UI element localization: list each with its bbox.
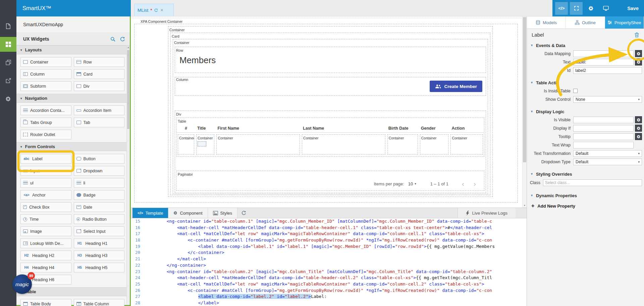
section-events-data[interactable]: ▼Events & Data [527, 41, 644, 49]
refresh-icon[interactable] [241, 208, 246, 218]
widget-section-header-form-controls[interactable]: ▾Form Controls [16, 142, 130, 151]
members-heading[interactable]: Members [179, 55, 486, 65]
scroll-up-arrow[interactable]: ▴ [127, 45, 130, 49]
widget-card[interactable]: Card [74, 69, 125, 79]
widget-image[interactable]: Image [20, 226, 71, 236]
sidebar-scrollbar[interactable]: ▴ [126, 45, 130, 305]
section-display-logic[interactable]: ▼Display Logic [527, 107, 644, 116]
cell-container[interactable]: Container [178, 134, 194, 155]
close-icon[interactable]: × [161, 7, 163, 13]
select-text-transformation[interactable]: Default▾ [573, 150, 642, 157]
gear-button-data-mapping[interactable] [635, 50, 642, 57]
widgets-icon[interactable] [0, 37, 16, 52]
widget-anchor[interactable]: <a>Anchor [20, 190, 71, 200]
code-tab-styles[interactable]: Styles [208, 208, 237, 218]
section-table-actio[interactable]: ▼Table Actio [527, 79, 644, 87]
page-size-select[interactable]: 10 ▾ [408, 181, 416, 186]
document-tab-mlist[interactable]: MList * × [134, 4, 174, 16]
widget-dropdown[interactable]: Dropdown [74, 166, 125, 176]
panel-tab-outline[interactable]: Outline [566, 16, 605, 29]
widget-heading-h4[interactable]: H4Heading H4 [20, 263, 71, 272]
widget-heading-h3[interactable]: H3Heading H3 [74, 251, 125, 260]
widget-badge[interactable]: Badge [74, 190, 125, 200]
widget-time[interactable]: Time [20, 214, 71, 224]
save-button[interactable]: Save [627, 6, 639, 11]
gear-button-text[interactable] [635, 58, 642, 65]
widget-ul[interactable]: ul [20, 178, 71, 188]
code-editor[interactable]: 15 <ng-container id="table-column.1" [ma… [131, 218, 527, 306]
column-box[interactable]: Column Create Member [175, 77, 486, 96]
file-icon[interactable] [0, 19, 16, 34]
previous-page-button[interactable]: ‹ [462, 180, 464, 188]
widget-heading-h5[interactable]: H5Heading H5 [74, 263, 125, 272]
delete-icon[interactable] [634, 32, 639, 38]
widget-table-body[interactable]: Table Body [20, 299, 71, 306]
gear-button-display-if[interactable] [635, 125, 642, 132]
table-box[interactable]: Table #TitleFirst NameLast NameBirth Dat… [176, 118, 484, 157]
project-name-row[interactable]: SmartUXDemoApp [16, 16, 130, 33]
input-id[interactable] [573, 67, 642, 74]
expand-button[interactable] [570, 2, 583, 15]
canvas-scrollbar[interactable]: ▾ [522, 16, 527, 208]
input-text-wrap[interactable] [573, 142, 634, 148]
input-display-if[interactable] [573, 125, 634, 132]
widget-router-outlet[interactable]: Router Outlet [20, 130, 71, 139]
cell-container[interactable]: Container [196, 134, 214, 155]
select-dropdown-type[interactable]: Default▾ [573, 159, 642, 165]
code-view-button[interactable]: </> [555, 2, 568, 15]
widget-radio-button[interactable]: Radio Button [74, 214, 125, 224]
input-is-visible[interactable] [573, 117, 634, 123]
widget-heading-h2[interactable]: H2Heading H2 [20, 251, 71, 260]
preview-device-button[interactable] [599, 2, 612, 15]
code-tab-template[interactable]: </>Template [132, 208, 168, 218]
cell-container[interactable]: Container [302, 134, 385, 155]
widget-select-input[interactable]: Select Input [74, 226, 125, 236]
scrollbar-thumb[interactable] [523, 17, 526, 162]
widget-accordion-conta[interactable]: Accordion Conta... [20, 105, 71, 115]
select-show-control[interactable]: None▾ [573, 96, 642, 103]
gear-button-is-visible[interactable] [635, 116, 642, 123]
widget-check-box[interactable]: Check Box [20, 202, 71, 212]
cell-container[interactable]: Container [450, 134, 483, 155]
widget-section-header-table[interactable]: ▾Table [16, 287, 130, 296]
input-tooltip[interactable] [573, 133, 634, 140]
widget-button[interactable]: Button [74, 154, 125, 164]
widget-subform[interactable]: Subform [20, 81, 71, 91]
search-icon[interactable] [110, 37, 115, 42]
widget-heading-h1[interactable]: H1Heading H1 [74, 238, 125, 248]
settings-button[interactable] [585, 2, 597, 15]
widget-label[interactable]: abcLabel [20, 154, 71, 164]
widget-container[interactable]: Container [20, 57, 71, 67]
row-box[interactable]: Row Members [175, 47, 486, 73]
add-new-property-button[interactable]: +Add New Property [527, 203, 644, 209]
inner-container-box[interactable]: Container Row Members Column Create Memb… [173, 39, 488, 194]
create-member-button[interactable]: Create Member [430, 81, 482, 92]
paginator-box[interactable]: Paginator Items per page: 10 ▾ 1 – 1 of … [176, 171, 484, 191]
input-text[interactable] [573, 59, 634, 65]
section-dynamic-properties[interactable]: ▼Dynamic Properties [527, 191, 644, 200]
scroll-down-arrow[interactable]: ▾ [523, 204, 527, 207]
scrollbar-thumb[interactable] [127, 50, 129, 129]
code-tab-component[interactable]: Component [168, 208, 208, 218]
widget-div[interactable]: Div [74, 81, 125, 91]
refresh-icon[interactable] [154, 8, 158, 12]
widget-accordion-item[interactable]: Accordion Item [74, 105, 125, 115]
selected-label-widget[interactable] [198, 141, 206, 146]
widget-section-header-navigation[interactable]: ▾Navigation [16, 94, 130, 103]
widget-column[interactable]: Column [20, 69, 71, 79]
input-data-mapping[interactable] [573, 50, 634, 57]
panel-tab-propertyshee[interactable]: PropertyShee [605, 16, 644, 29]
live-preview-logs-button[interactable]: Live Preview Logs [458, 208, 516, 218]
next-page-button[interactable]: › [474, 180, 476, 188]
widget-table-column[interactable]: Table Column [74, 299, 125, 306]
section-styling-overrides[interactable]: ▼Styling Overrides [527, 170, 644, 178]
widget-tab[interactable]: Tab [74, 118, 125, 127]
cell-container[interactable]: Container [216, 134, 300, 155]
checkbox-is-inside-table[interactable] [573, 89, 578, 93]
cell-container[interactable]: Container [420, 134, 449, 155]
settings-icon[interactable] [0, 91, 16, 106]
refresh-icon[interactable] [120, 37, 125, 42]
widget-row[interactable]: Row [74, 57, 125, 67]
input-class[interactable] [543, 179, 642, 186]
container-box[interactable]: Container Card Container Row Members Col… [168, 26, 493, 197]
